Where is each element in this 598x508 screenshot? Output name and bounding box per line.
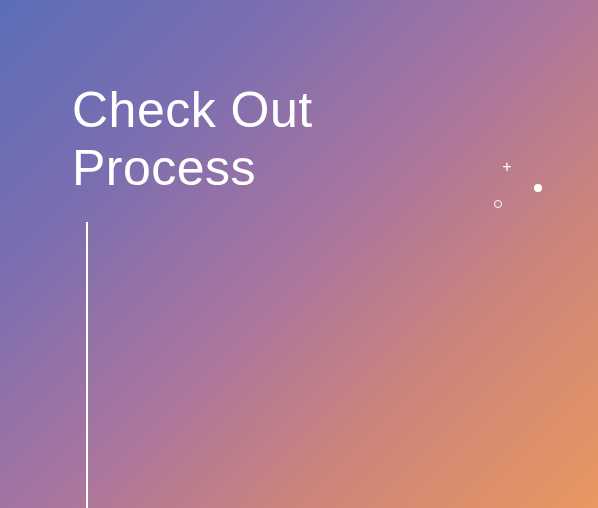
dot-outline-icon [494, 200, 502, 208]
slide: Check Out Process + [0, 0, 598, 508]
dot-filled-icon [534, 184, 542, 192]
title-line-2: Process [72, 140, 256, 196]
decorative-shapes: + [470, 158, 550, 218]
plus-icon: + [500, 160, 514, 174]
title-line-1: Check Out [72, 82, 313, 138]
vertical-rule-decoration [86, 222, 88, 508]
slide-title: Check Out Process [72, 82, 313, 197]
